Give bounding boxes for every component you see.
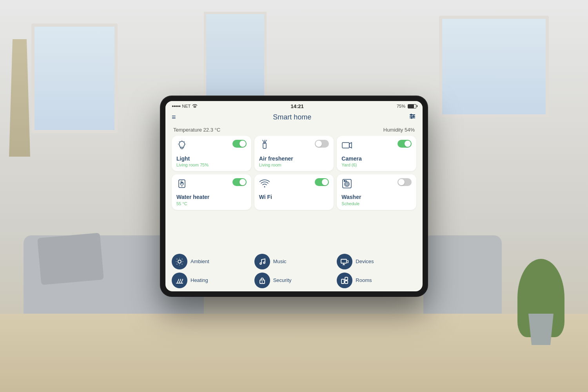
bulb-icon: [176, 140, 187, 152]
bg-window-right: [439, 16, 549, 117]
camera-sub: Yard (6): [341, 163, 412, 167]
svg-line-9: [179, 141, 180, 142]
svg-line-30: [177, 259, 177, 259]
humidity-stat: Humidity 54%: [383, 127, 415, 133]
svg-point-3: [411, 114, 412, 115]
status-bar: ●●●●● NET 14:21 75%: [165, 101, 423, 111]
freshener-toggle[interactable]: [315, 140, 329, 148]
nav-security[interactable]: Security: [254, 273, 334, 288]
bg-window-center: [204, 12, 267, 106]
svg-point-34: [260, 263, 261, 264]
app-title: Smart home: [273, 113, 311, 121]
settings-button[interactable]: [408, 112, 416, 122]
heater-sub: 55 °C: [176, 201, 247, 206]
music-icon: [254, 254, 270, 269]
ambient-icon: [172, 254, 187, 269]
status-time: 14:21: [290, 103, 303, 109]
rooms-label: Rooms: [356, 277, 372, 283]
camera-icon: [341, 140, 352, 152]
nav-rooms[interactable]: Rooms: [337, 273, 416, 288]
light-sub: Living room 75%: [176, 163, 247, 167]
bg-cushion: [37, 233, 104, 285]
nav-heating[interactable]: Heating: [172, 273, 251, 288]
wifi-name: Wi Fi: [259, 194, 329, 201]
svg-rect-36: [341, 259, 347, 263]
svg-rect-12: [264, 142, 265, 143]
security-icon: [254, 273, 270, 288]
music-label: Music: [273, 258, 287, 264]
stats-bar: Temperature 22.3 °C Humidity 54%: [165, 125, 423, 136]
signal-bars: ●●●●●: [172, 104, 180, 108]
svg-rect-13: [342, 143, 349, 148]
heater-icon: [176, 178, 187, 191]
svg-point-25: [178, 260, 181, 263]
tablet: ●●●●● NET 14:21 75%: [161, 96, 427, 296]
svg-rect-11: [263, 143, 266, 148]
washer-toggle[interactable]: [397, 178, 412, 186]
heating-label: Heating: [191, 277, 208, 283]
battery-icon: [408, 104, 416, 108]
bg-chair: [423, 235, 502, 314]
wifi-icon: [259, 178, 270, 191]
svg-line-31: [182, 264, 182, 264]
svg-point-5: [411, 117, 412, 118]
device-card-camera[interactable]: Camera Yard (6): [337, 136, 416, 172]
device-card-washer[interactable]: Washer Schedule: [337, 174, 416, 210]
svg-point-4: [413, 116, 414, 117]
menu-button[interactable]: ≡: [172, 113, 176, 121]
status-right: 75%: [397, 104, 416, 108]
freshener-name: Air freshener: [259, 155, 329, 162]
device-card-air-freshener[interactable]: Air freshener Living room: [254, 136, 334, 172]
nav-music[interactable]: Music: [254, 254, 334, 269]
camera-toggle[interactable]: [397, 140, 412, 148]
bg-lamp: [8, 39, 31, 157]
status-left: ●●●●● NET: [172, 103, 198, 109]
heater-toggle[interactable]: [232, 178, 247, 186]
light-name: Light: [176, 155, 247, 162]
nav-devices[interactable]: Devices: [337, 254, 416, 269]
washer-name: Washer: [341, 194, 412, 201]
bg-window-left: [31, 23, 118, 133]
device-card-light[interactable]: Light Living room 75%: [172, 136, 251, 172]
washer-icon: [341, 178, 352, 191]
svg-line-32: [177, 264, 177, 264]
svg-marker-14: [349, 143, 352, 148]
bg-table: [0, 314, 588, 392]
svg-point-35: [263, 262, 265, 264]
temperature-stat: Temperature 22.3 °C: [173, 127, 220, 133]
battery-percent: 75%: [397, 104, 405, 108]
tablet-screen: ●●●●● NET 14:21 75%: [165, 101, 423, 291]
ambient-label: Ambient: [191, 258, 209, 264]
heating-icon: [172, 273, 187, 288]
washer-sub: Schedule: [341, 201, 412, 206]
light-toggle[interactable]: [232, 140, 247, 148]
svg-rect-43: [345, 277, 348, 280]
freshener-sub: Living room: [259, 163, 329, 167]
svg-point-23: [344, 181, 345, 182]
security-label: Security: [273, 277, 292, 283]
carrier-label: NET: [182, 104, 191, 108]
svg-rect-44: [345, 281, 348, 284]
camera-name: Camera: [341, 155, 412, 162]
device-card-water-heater[interactable]: Water heater 55 °C: [172, 174, 251, 210]
app-header: ≡ Smart home: [165, 111, 423, 125]
device-card-wifi[interactable]: Wi Fi: [254, 174, 334, 210]
devices-icon: [337, 254, 352, 269]
svg-point-22: [346, 183, 348, 185]
nav-ambient[interactable]: Ambient: [172, 254, 251, 269]
svg-line-7: [184, 141, 185, 142]
wifi-icon: [192, 103, 198, 109]
wifi-toggle[interactable]: [315, 178, 329, 186]
rooms-icon: [337, 273, 352, 288]
main-content: Light Living room 75%: [165, 136, 423, 252]
svg-point-41: [261, 281, 263, 282]
svg-point-21: [345, 182, 349, 186]
svg-line-19: [181, 181, 181, 182]
heater-name: Water heater: [176, 194, 247, 201]
svg-rect-42: [341, 279, 344, 284]
quick-nav: Ambient Music: [165, 252, 423, 291]
devices-label: Devices: [356, 258, 374, 264]
svg-point-24: [346, 181, 347, 181]
svg-line-33: [182, 259, 182, 259]
freshener-icon: [259, 140, 270, 152]
